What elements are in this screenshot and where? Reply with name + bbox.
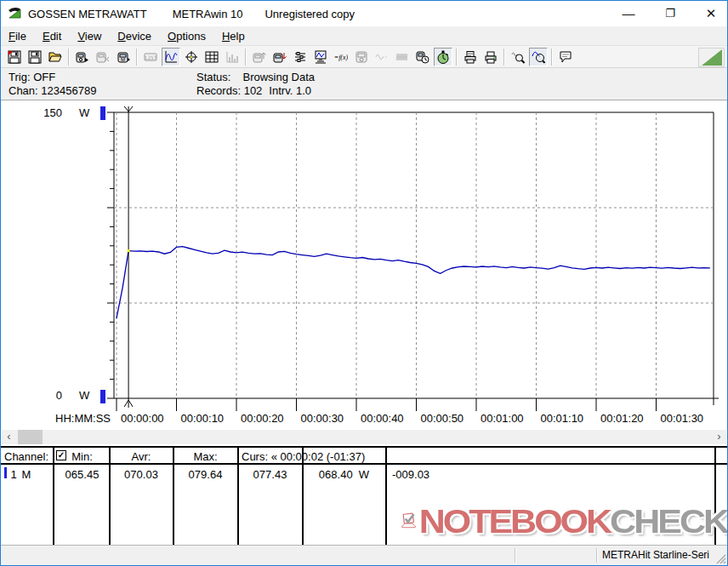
resize-grip[interactable] [715, 553, 726, 564]
cell-cursor1: 077.43 [238, 468, 302, 481]
monitor-wave-icon [314, 50, 327, 64]
table-divider [53, 448, 54, 545]
formula-button[interactable]: =f(x) [332, 48, 350, 66]
wave-single-button [373, 48, 391, 66]
x-tick-label: 00:00:00 [121, 412, 164, 425]
x-tick-label: 00:01:10 [541, 412, 584, 425]
fx-icon: =f(x) [334, 50, 348, 64]
close-button[interactable]: ✕ [698, 1, 724, 26]
channel-marker-bottom [100, 390, 105, 403]
meter-up-icon [253, 50, 266, 64]
wave-dense-icon [395, 50, 409, 64]
menu-item-device[interactable]: Device [113, 28, 156, 44]
wave-chart-icon [164, 50, 178, 64]
col-header-avr: Avr: [110, 450, 173, 463]
online-monitor-button[interactable] [311, 48, 330, 66]
x-tick-label: 00:00:20 [241, 412, 284, 425]
chart-panel: 150 W 0 W HH:MM:SS 00:00:0000:00:1000:00… [1, 100, 727, 446]
speech-bubble-icon [559, 50, 572, 64]
power-line-chart [1, 100, 728, 429]
zoom-curve-button[interactable] [529, 48, 548, 66]
device-disconnect-button [94, 48, 112, 66]
view-curve-button[interactable] [162, 48, 180, 66]
svg-text:=f(x): =f(x) [334, 54, 348, 61]
menu-item-options[interactable]: Options [163, 28, 210, 44]
title-bar: GOSSEN METRAWATT METRAwin 10 Unregistere… [1, 1, 727, 26]
histogram-icon [225, 50, 239, 64]
power-series-line [117, 247, 710, 318]
table-grid-icon [205, 50, 219, 64]
save-file-button[interactable] [5, 48, 24, 66]
time-sync-button[interactable] [413, 48, 432, 66]
channel-settings-button[interactable] [291, 48, 310, 66]
menu-item-view[interactable]: View [73, 28, 105, 44]
measurement-table: Channel: ✓ Min: Avr: Max: Curs: « 00:00:… [1, 446, 727, 545]
cell-cursor2: 068.40 W [303, 468, 385, 481]
menu-item-help[interactable]: Help [218, 28, 249, 44]
meter-down-icon [273, 50, 287, 64]
table-divider [385, 448, 387, 545]
menu-bar: FileEditViewDeviceOptionsHelp [1, 26, 727, 45]
toolbar: M1257=f(x) [1, 45, 727, 68]
chart-horizontal-scrollbar[interactable]: ‹ › [2, 430, 726, 444]
svg-text:1257: 1257 [145, 54, 157, 60]
x-tick-label: 00:00:50 [421, 412, 464, 425]
x-tick-label: 00:01:30 [661, 412, 704, 425]
svg-text:M: M [121, 57, 125, 62]
status-readout: Status:Browsing Data [196, 71, 315, 84]
view-crosshair-button[interactable] [182, 48, 201, 66]
y-axis-max-label: 150 [31, 106, 62, 119]
save-channels-button[interactable] [26, 48, 44, 66]
toolbar-separator [136, 49, 138, 66]
cell-max: 079.64 [173, 468, 237, 481]
print-report-button[interactable] [461, 48, 480, 66]
maximize-button[interactable]: ❐ [657, 1, 683, 26]
cursor-intersection-marker [128, 249, 130, 252]
scroll-right-arrow[interactable]: › [712, 430, 726, 444]
channel-marker-top [100, 106, 105, 120]
scroll-left-arrow[interactable]: ‹ [2, 430, 16, 444]
records-readout: Records: 102Intrv. 1.0 [196, 84, 315, 98]
connected-device-label: METRAHit Starline-Seri [602, 549, 709, 561]
toolbar-separator [503, 49, 505, 66]
magnifier-curve-icon [532, 50, 545, 64]
view-histogram-button [223, 48, 242, 66]
device-memory-button[interactable]: M [114, 48, 133, 66]
x-tick-label: 00:00:10 [181, 412, 225, 425]
scrollbar-thumb[interactable] [18, 430, 43, 444]
app-window: GOSSEN METRAWATT METRAwin 10 Unregistere… [0, 0, 728, 566]
minimize-button[interactable]: — [616, 1, 641, 26]
folder-open-icon [48, 50, 62, 64]
x-tick-label: 00:00:30 [301, 412, 344, 425]
zoom-pan-button[interactable] [509, 48, 527, 66]
crosshair-icon [185, 50, 198, 64]
sliders-icon [293, 50, 307, 64]
toolbar-separator [245, 49, 247, 66]
view-table-button[interactable] [202, 48, 221, 66]
disk-red-icon [8, 50, 21, 64]
cell-delta: -009.03 [392, 468, 429, 481]
print-button[interactable] [481, 48, 500, 66]
menu-item-file[interactable]: File [4, 28, 31, 44]
y-axis-unit-bottom: W [79, 389, 89, 402]
statusbar-divider [596, 548, 598, 563]
printer-icon [484, 50, 498, 64]
x-axis-format-label: HH:MM:SS [55, 412, 111, 425]
x-tick-label: 00:00:40 [361, 412, 404, 425]
menu-item-edit[interactable]: Edit [38, 28, 65, 44]
meter-x-icon [96, 50, 110, 64]
annotation-button[interactable] [556, 48, 575, 66]
meter-plain-icon [355, 50, 368, 64]
title-product-name: METRAwin 10 [173, 8, 243, 20]
toolbar-separator [551, 49, 553, 66]
download-data-button[interactable] [270, 48, 289, 66]
open-file-button[interactable] [46, 48, 65, 66]
interval-timer-button[interactable] [434, 48, 452, 66]
meter-m-icon: M [117, 50, 130, 64]
device-connect-button[interactable] [73, 48, 92, 66]
upload-data-button [250, 48, 269, 66]
y-axis-min-label: 0 [31, 389, 62, 402]
app-icon [8, 7, 22, 20]
channel-list: Chan: 123456789 [9, 84, 96, 98]
stopwatch-icon [436, 50, 450, 64]
